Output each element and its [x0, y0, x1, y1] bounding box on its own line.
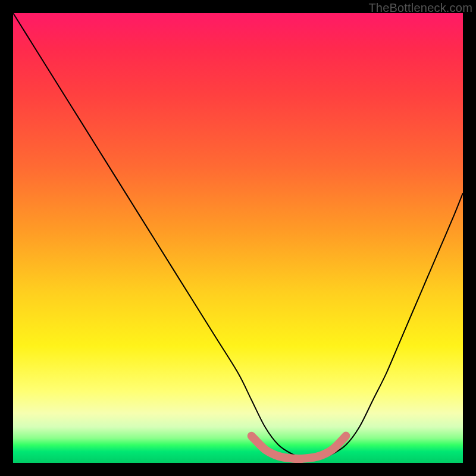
curve-path: [13, 13, 463, 459]
bottleneck-curve: [13, 13, 463, 463]
plot-area: [13, 13, 463, 463]
chart-frame: TheBottleneck.com: [0, 0, 476, 476]
highlight-path: [252, 436, 346, 459]
watermark-text: TheBottleneck.com: [368, 1, 472, 15]
